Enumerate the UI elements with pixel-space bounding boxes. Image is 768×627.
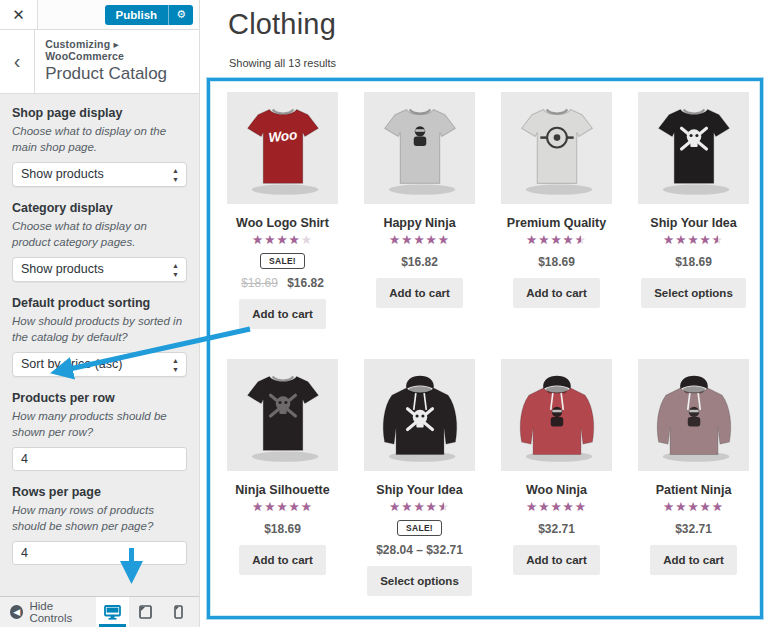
product-title[interactable]: Woo Logo Shirt [227, 216, 338, 230]
results-count: Showing all 13 results [229, 57, 768, 69]
select-arrows-icon: ▲▼ [172, 356, 179, 374]
product-card[interactable]: Woo Woo Logo Shirt ★★★★★ ★★★★★ SALE! $18… [227, 92, 338, 329]
product-price: $32.71 [501, 522, 612, 536]
product-image[interactable] [638, 359, 749, 471]
product-card[interactable]: Happy Ninja ★★★★★ ★★★★★ SALE! $16.82 Add… [364, 92, 475, 308]
add-to-cart-button[interactable]: Select options [641, 278, 746, 308]
tablet-icon [139, 605, 152, 619]
product-card[interactable]: Patient Ninja ★★★★★ ★★★★★ SALE! $32.71 A… [638, 359, 749, 575]
product-title[interactable]: Premium Quality [501, 216, 612, 230]
star-rating: ★★★★★ ★★★★★ [389, 500, 450, 515]
svg-text:Woo: Woo [267, 127, 297, 145]
stars-filled: ★★★★★ [252, 233, 301, 248]
product-title[interactable]: Ship Your Idea [638, 216, 749, 230]
select-value: Sort by price (asc) [21, 357, 122, 371]
old-price: $18.69 [241, 276, 278, 290]
product-price: $18.69 $16.82 [227, 276, 338, 290]
add-to-cart-button[interactable]: Add to cart [513, 545, 600, 575]
select-arrows-icon: ▲▼ [172, 166, 179, 184]
highlighted-preview-region: Woo Woo Logo Shirt ★★★★★ ★★★★★ SALE! $18… [207, 78, 763, 619]
close-customizer-button[interactable]: ✕ [0, 0, 38, 29]
star-rating: ★★★★★ ★★★★★ [252, 500, 313, 515]
setting-title: Default product sorting [12, 296, 187, 310]
breadcrumb: Customizing ▸ WooCommerce [45, 38, 189, 62]
product-price: $18.69 [227, 522, 338, 536]
setting-category-display: Category display Choose what to display … [12, 201, 187, 282]
publish-settings-button[interactable]: ⚙ [168, 5, 193, 25]
panel-header: ‹ Customizing ▸ WooCommerce Product Cata… [0, 30, 199, 94]
product-card[interactable]: Ship Your Idea ★★★★★ ★★★★★ SALE! $18.69 … [638, 92, 749, 308]
star-rating: ★★★★★ ★★★★★ [526, 500, 587, 515]
add-to-cart-button[interactable]: Add to cart [239, 545, 326, 575]
stars-filled: ★★★★★ [389, 233, 450, 248]
setting-description: How should products by sorted in the cat… [12, 314, 187, 345]
product-title[interactable]: Ninja Silhouette [227, 483, 338, 497]
product-card[interactable]: Ninja Silhouette ★★★★★ ★★★★★ SALE! $18.6… [227, 359, 338, 575]
customizer-footer: ◀ Hide Controls [0, 596, 199, 627]
product-title[interactable]: Woo Ninja [501, 483, 612, 497]
publish-button[interactable]: Publish [105, 5, 169, 25]
gear-icon: ⚙ [176, 8, 186, 20]
setting-description: How many rows of products should be show… [12, 503, 187, 534]
setting-description: Choose what to display on the main shop … [12, 124, 187, 155]
product-price: $32.71 [638, 522, 749, 536]
stars-filled: ★★★★★ [663, 233, 718, 248]
current-price: $32.71 [538, 522, 575, 536]
product-image[interactable] [364, 359, 475, 471]
sale-badge: SALE! [397, 520, 442, 536]
product-image[interactable] [638, 92, 749, 204]
add-to-cart-button[interactable]: Add to cart [376, 278, 463, 308]
stars-filled: ★★★★★ [663, 500, 724, 515]
products-per-row-input[interactable] [12, 447, 187, 471]
current-price: $16.82 [401, 255, 438, 269]
mobile-preview-button[interactable] [162, 597, 195, 627]
customizer-sidebar: ✕ Publish ⚙ ‹ Customizing ▸ WooCommerce … [0, 0, 200, 627]
current-price: $16.82 [287, 276, 324, 290]
hide-controls-button[interactable]: ◀ Hide Controls [0, 600, 96, 624]
product-title[interactable]: Happy Ninja [364, 216, 475, 230]
publish-button-group: Publish ⚙ [105, 4, 193, 25]
sale-badge: SALE! [260, 253, 305, 269]
add-to-cart-button[interactable]: Add to cart [239, 299, 326, 329]
select-value: Show products [21, 262, 104, 276]
product-title[interactable]: Patient Ninja [638, 483, 749, 497]
current-price: $18.69 [538, 255, 575, 269]
select-value: Show products [21, 167, 104, 181]
product-card[interactable]: Premium Quality ★★★★★ ★★★★★ SALE! $18.69… [501, 92, 612, 308]
rows-per-page-input[interactable] [12, 541, 187, 565]
site-preview-pane: Clothing Showing all 13 results Woo Woo … [201, 0, 768, 627]
page-title: Clothing [228, 8, 768, 41]
desktop-preview-button[interactable] [96, 597, 129, 627]
add-to-cart-button[interactable]: Add to cart [513, 278, 600, 308]
product-image[interactable]: Woo [227, 92, 338, 204]
star-rating: ★★★★★ ★★★★★ [389, 233, 450, 248]
current-price: $32.71 [675, 522, 712, 536]
product-card[interactable]: Ship Your Idea ★★★★★ ★★★★★ SALE! $28.04 … [364, 359, 475, 596]
setting-products-per-row: Products per row How many products shoul… [12, 391, 187, 471]
product-image[interactable] [364, 92, 475, 204]
product-price: $28.04 – $32.71 [364, 543, 475, 557]
panel-title: Product Catalog [45, 64, 189, 84]
back-button[interactable]: ‹ [0, 30, 35, 93]
default-sorting-select[interactable]: Sort by price (asc) ▲▼ [12, 352, 187, 377]
device-preview-buttons [96, 597, 195, 627]
add-to-cart-button[interactable]: Add to cart [650, 545, 737, 575]
topbar-spacer [38, 0, 105, 29]
category-display-select[interactable]: Show products ▲▼ [12, 257, 187, 282]
product-title[interactable]: Ship Your Idea [364, 483, 475, 497]
shop-page-display-select[interactable]: Show products ▲▼ [12, 162, 187, 187]
panel-header-text: Customizing ▸ WooCommerce Product Catalo… [35, 30, 199, 93]
product-image[interactable] [501, 92, 612, 204]
product-image[interactable] [501, 359, 612, 471]
product-image[interactable] [227, 359, 338, 471]
add-to-cart-button[interactable]: Select options [367, 566, 472, 596]
tablet-preview-button[interactable] [129, 597, 162, 627]
chevron-left-icon: ‹ [14, 50, 21, 73]
customizer-topbar: ✕ Publish ⚙ [0, 0, 199, 30]
setting-description: How many products should be shown per ro… [12, 409, 187, 440]
setting-title: Products per row [12, 391, 187, 405]
mobile-icon [174, 605, 183, 619]
product-card[interactable]: Woo Ninja ★★★★★ ★★★★★ SALE! $32.71 Add t… [501, 359, 612, 575]
setting-title: Rows per page [12, 485, 187, 499]
product-price: $18.69 [501, 255, 612, 269]
